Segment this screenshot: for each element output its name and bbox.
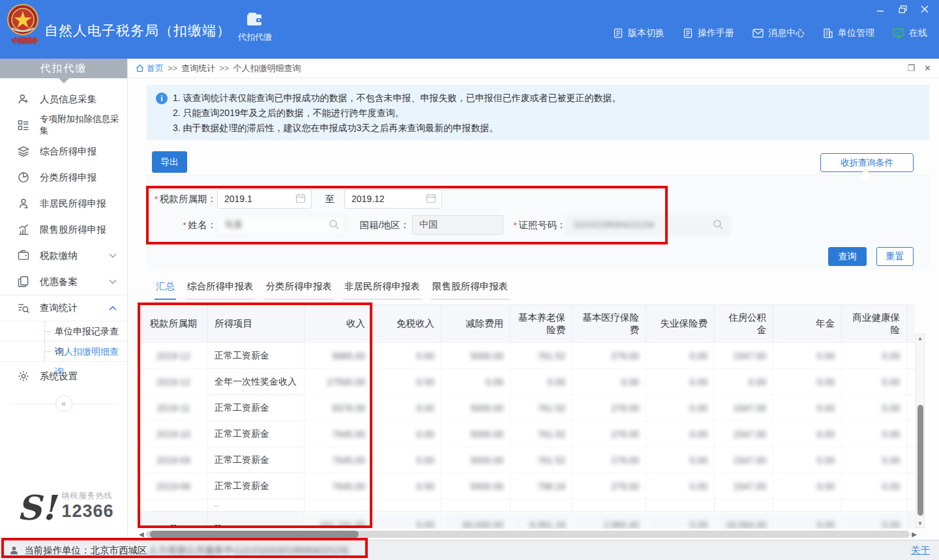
menu-message-center[interactable]: 消息中心 [753,27,805,39]
current-unit-label: 当前操作单位： [24,544,91,557]
sidebar-item-nonresident-income[interactable]: 非居民所得申报 [0,190,127,216]
about-link[interactable]: 关于 [911,544,930,557]
table-cell: 2019-12 [140,343,208,369]
breadcrumb-separator: >> [219,63,229,73]
table-cell: 279.00 [573,395,646,421]
table-cell: 7645.00 [305,421,372,447]
table-row[interactable]: 2019-08正常工资薪金7645.000.005000.00798.24279… [140,473,916,499]
table-row[interactable]: ----161,741.000.0060,000.006,991.162,960… [140,512,916,529]
tab-summary[interactable]: 汇总 [155,280,176,300]
sidebar-item-tax-payment[interactable]: 税款缴纳 [0,243,127,269]
online-status[interactable]: 在线 [893,27,927,39]
export-button[interactable]: 导出 [152,151,187,173]
table-row[interactable]: 2019-11正常工资薪金9378.000.005000.00761.52279… [140,395,916,421]
minimize-icon[interactable] [872,3,888,16]
hotline-number: 12366 [61,501,113,521]
table-cell [907,473,916,499]
table-cell [907,499,916,512]
calendar-icon[interactable] [426,193,438,205]
notice-line-1: 1. 该查询统计表仅能查询已申报成功的数据，不包含未申报、申报失败，已申报但已作… [173,91,920,106]
tab-classified-income[interactable]: 分类所得申报表 [265,280,334,300]
table-cell: 0.00 [372,473,441,499]
table-row[interactable]: .. [140,499,916,512]
sidebar-item-comprehensive-income[interactable]: 综合所得申报 [0,138,127,164]
reset-button[interactable]: 重置 [876,247,914,266]
table-row[interactable]: 2019-12全年一次性奖金收入27500.000.000.000.000.00… [140,369,916,395]
sidebar-item-special-deduction[interactable]: 专项附加扣除信息采集 [0,112,127,138]
table-cell: 1547.00 [715,473,773,499]
collapse-query-button[interactable]: 收折查询条件 [820,153,914,172]
table-cell: 761.52 [511,421,573,447]
sidebar-item-preference-filing[interactable]: 优惠备案 [0,269,127,295]
table-row[interactable]: 2019-09正常工资薪金7645.000.005000.00761.52279… [140,447,916,473]
table-cell: 1547.00 [715,447,773,473]
table-cell: 正常工资薪金 [208,343,305,369]
vertical-scroll-thumb[interactable] [917,405,923,516]
tab-comprehensive-income[interactable]: 综合所得申报表 [186,280,255,300]
tab-nonresident-income[interactable]: 非居民所得申报表 [343,280,421,300]
sidebar-item-system-settings[interactable]: 系统设置 [0,362,127,391]
table-row[interactable]: 2019-12正常工资薪金9985.000.005000.00761.52279… [140,343,916,369]
scroll-right-icon[interactable]: ▶ [912,530,917,538]
horizontal-scroll-track[interactable] [146,531,910,538]
sidebar-collapse-icon[interactable]: « [55,395,72,412]
horizontal-scrollbar[interactable]: ◀ ▶ [139,530,917,538]
document-icon [613,28,623,38]
table-cell: 0.00 [646,512,715,529]
table-cell [305,499,372,512]
column-header: 基本医疗保险费 [573,305,646,343]
table-row[interactable]: 2019-10正常工资薪金7645.000.005000.00761.52279… [140,421,916,447]
breadcrumb-home[interactable]: 首页 [136,63,164,74]
sidebar-item-query-statistics[interactable]: 查询统计 [0,295,127,321]
query-button[interactable]: 查询 [828,247,867,266]
document-icon [683,28,693,38]
sidebar-item-label: 优惠备案 [40,276,78,288]
tab-restricted-shares[interactable]: 限售股所得申报表 [431,280,509,300]
scroll-up-icon[interactable]: ▲ [916,334,924,342]
horizontal-scroll-thumb[interactable] [150,531,359,538]
table-cell: 0.00 [773,512,842,529]
table-cell: 5000.00 [441,447,511,473]
restore-icon[interactable] [895,3,910,16]
panel-maximize-icon[interactable]: ❐ [907,63,915,73]
search-icon[interactable] [329,219,340,231]
mail-icon [753,29,764,38]
menu-unit-management[interactable]: 单位管理 [823,27,874,39]
online-monitor-icon [893,28,904,38]
table-cell: 0.00 [372,421,441,447]
column-header: 税延养老保险 [907,305,916,343]
table-cell: 0.00 [441,369,511,395]
chevron-down-icon [109,253,117,258]
close-icon[interactable] [917,3,932,16]
submenu-personal-withholding-query[interactable]: 个人扣缴明细查询 [0,342,127,362]
submenu-unit-declaration-query[interactable]: 单位申报记录查询 [0,321,127,342]
scroll-left-icon[interactable]: ◀ [139,530,144,538]
table-cell [842,499,907,512]
scroll-down-icon[interactable]: ▼ [916,520,924,527]
vertical-scrollbar[interactable]: ▲ ▼ [916,334,925,528]
sidebar-item-label: 人员信息采集 [40,93,97,106]
table-cell [907,421,916,447]
sidebar-item-personnel-info[interactable]: 人员信息采集 [0,86,127,112]
tab-withholding[interactable]: 代扣代缴 [227,12,283,43]
table-cell: 279.00 [573,447,646,473]
panel-close-icon[interactable]: ✕ [924,63,931,73]
chevron-down-icon [109,279,117,284]
breadcrumb-section[interactable]: 查询统计 [181,63,215,74]
sidebar-item-label: 系统设置 [40,370,78,383]
table-cell: 0.00 [372,447,441,473]
menu-manual[interactable]: 操作手册 [683,27,734,39]
table-cell: 5000.00 [441,395,511,421]
table-cell [907,395,916,421]
sidebar-item-restricted-shares[interactable]: 限售股所得申报 [0,216,127,243]
sidebar-header: 代扣代缴 [0,59,127,78]
nationality-input[interactable] [412,215,503,235]
sidebar-item-label: 查询统计 [40,302,78,314]
sidebar-item-classified-income[interactable]: 分类所得申报 [0,164,127,190]
search-icon[interactable] [713,219,724,231]
calendar-icon[interactable] [295,193,307,205]
name-input[interactable] [217,215,345,235]
menu-version-switch[interactable]: 版本切换 [613,27,664,39]
menu-message-center-label: 消息中心 [768,27,805,39]
id-number-input[interactable] [566,215,729,235]
